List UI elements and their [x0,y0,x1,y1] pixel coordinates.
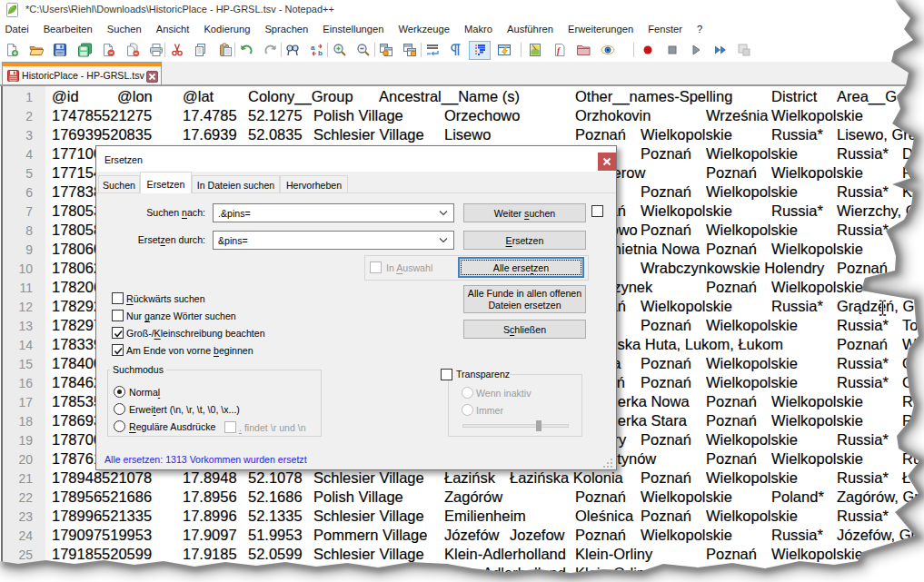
function-list-icon[interactable]: f [552,43,567,57]
menu-werkzeuge[interactable]: Werkzeuge [392,20,457,40]
toolbar: abf [0,40,924,62]
combo-chevron-icon[interactable] [439,238,448,243]
dialog-title-bar[interactable]: Ersetzen [96,146,616,172]
search-mode-regex-label: Reguläre Ausdrücke [129,421,215,432]
title-bar: *C:\Users\Riehl\Downloads\HistoricPlace … [0,0,924,20]
dot-matches-newline-checkbox[interactable] [224,421,236,433]
show-indent-guide-icon[interactable] [469,41,491,60]
replace-dialog: Ersetzen Suchen Ersetzen In Dateien such… [95,145,617,470]
macro-save-icon[interactable] [737,43,751,57]
transparency-always-label: Immer [476,405,503,416]
zoom-out-icon[interactable] [356,43,371,57]
folder-as-workspace-icon[interactable] [576,43,591,57]
find-icon[interactable] [285,43,300,57]
macro-run-multiple-icon[interactable] [713,43,728,57]
cut-icon[interactable] [170,43,184,57]
window-left-border [1,86,3,582]
transparency-on-losing-focus-radio[interactable] [462,387,473,399]
document-map-icon[interactable] [528,43,542,57]
menu-suchen[interactable]: Suchen [100,20,149,40]
zoom-in-icon[interactable] [333,43,347,57]
menu-?[interactable]: ? [690,20,710,40]
dialog-close-button[interactable] [598,153,616,171]
sync-horizontal-icon[interactable] [402,43,417,57]
document-monitor-icon[interactable] [601,43,615,57]
replace-with-value: &pins= [218,235,248,246]
menu-makro[interactable]: Makro [457,20,500,40]
dialog-resize-grip[interactable] [601,457,614,469]
find-next-button[interactable]: Weiter suchen [463,203,586,222]
transparency-slider-track[interactable] [462,424,569,428]
save-all-icon[interactable] [77,43,92,57]
user-defined-dialog-icon[interactable] [497,43,512,57]
whole-word-label: Nur ganze Wörter suchen [126,311,236,321]
find-what-combobox[interactable]: .&pins= [213,203,454,222]
redo-icon[interactable] [263,43,278,57]
unsaved-floppy-icon [7,70,19,82]
replace-all-button[interactable]: Alle ersetzen [458,257,584,278]
dialog-tabs: Suchen Ersetzen In Dateien suchen Hervor… [96,172,616,193]
menu-einstellungen[interactable]: Einstellungen [315,20,391,40]
replace-with-combobox[interactable]: &pins= [213,231,454,250]
wrap-around-checkbox[interactable] [112,344,124,356]
replace-button[interactable]: Ersetzen [463,231,586,250]
menu-erweiterungen[interactable]: Erweiterungen [561,20,641,40]
dialog-status-text: Alle ersetzen: 1313 Vorkommen wurden ers… [104,454,307,465]
search-mode-regex-radio[interactable] [114,420,125,432]
menu-ansicht[interactable]: Ansicht [149,20,197,40]
macro-stop-icon[interactable] [665,43,680,57]
replace-icon[interactable]: ab [310,43,324,57]
close-all-icon[interactable] [125,43,140,57]
sync-vertical-icon[interactable] [379,43,393,57]
dialog-tab-in-dateien-suchen[interactable]: In Dateien suchen [192,175,280,193]
transparency-always-radio[interactable] [462,404,473,416]
replace-with-label: Ersetzen durch: [96,234,205,245]
svg-text:b: b [318,49,323,57]
line-number-gutter: 1 2 3 4 5 6 7 8 9 10 11 12 13 14 15 16 1… [3,86,45,582]
macro-record-icon[interactable] [641,43,655,57]
menu-ausfhren[interactable]: Ausführen [500,20,561,40]
find-next-mini-checkbox[interactable] [591,205,603,217]
tab-close-icon[interactable] [146,71,158,83]
menu-bearbeiten[interactable]: Bearbeiten [36,20,100,40]
menu-kodierung[interactable]: Kodierung [196,20,257,40]
toolbar-separator [164,43,165,57]
tab-label: HistoricPlace - HP-GRSL.tsv [22,70,144,81]
paste-icon[interactable] [218,43,233,57]
whole-word-checkbox[interactable] [112,310,124,321]
in-selection-checkbox[interactable] [370,261,382,273]
open-file-icon[interactable] [29,43,44,57]
word-wrap-icon[interactable] [425,43,440,57]
transparency-on-losing-focus-label: Wenn inaktiv [476,388,531,399]
dialog-tab-hervorheben[interactable]: Hervorheben [280,175,348,193]
copy-icon[interactable] [194,43,208,57]
close-button[interactable]: Schließen [463,320,586,339]
menu-datei[interactable]: Datei [0,20,36,40]
find-what-value: .&pins= [218,208,251,219]
transparency-slider-thumb[interactable] [536,420,541,431]
toolbar-separator [633,43,634,57]
document-tab[interactable]: HistoricPlace - HP-GRSL.tsv [2,62,162,84]
search-mode-normal-radio[interactable] [114,386,125,398]
dialog-tab-ersetzen[interactable]: Ersetzen [140,172,192,193]
toolbar-separator [421,43,422,57]
window-title: *C:\Users\Riehl\Downloads\HistoricPlace … [25,4,334,15]
tab-bar: HistoricPlace - HP-GRSL.tsv [0,62,924,86]
show-all-characters-icon[interactable] [449,43,463,57]
combo-chevron-icon[interactable] [439,211,448,216]
backward-checkbox[interactable] [112,292,124,304]
menu-sprachen[interactable]: Sprachen [257,20,315,40]
close-icon[interactable] [101,43,115,57]
match-case-checkbox[interactable] [112,327,124,339]
dialog-tab-suchen[interactable]: Suchen [98,175,140,193]
menu-fenster[interactable]: Fenster [641,20,690,40]
undo-icon[interactable] [239,43,253,57]
macro-play-icon[interactable] [689,43,703,57]
transparency-checkbox[interactable] [441,369,452,380]
transparency-label: Transparenz [456,369,510,380]
new-file-icon[interactable] [5,43,19,57]
replace-all-open-docs-button[interactable]: Alle Funde in allen offenen Dateien erse… [463,285,586,313]
search-mode-extended-radio[interactable] [114,403,125,415]
print-icon[interactable] [149,43,164,57]
save-icon[interactable] [53,43,67,57]
